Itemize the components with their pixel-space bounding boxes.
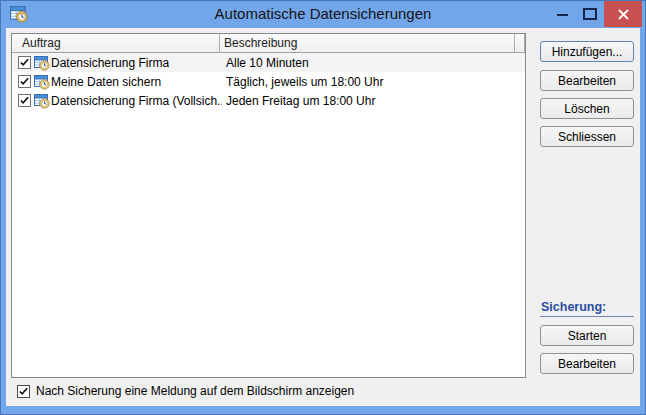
job-checkbox[interactable]	[18, 75, 31, 88]
minimize-button[interactable]	[557, 14, 568, 16]
backup-section-label: Sicherung:	[541, 300, 635, 314]
edit-backup-button[interactable]: Bearbeiten	[540, 353, 634, 374]
job-name: Meine Daten sichern	[51, 75, 161, 89]
edit-button[interactable]: Bearbeiten	[540, 70, 634, 91]
table-row[interactable]: Meine Daten sichern Täglich, jeweils um …	[12, 72, 525, 91]
scheduled-task-icon	[34, 55, 50, 71]
job-checkbox[interactable]	[18, 56, 31, 69]
job-name: Datensicherung Firma (Vollsich...	[51, 94, 222, 108]
notification-checkbox-label[interactable]: Nach Sicherung eine Meldung auf dem Bild…	[36, 384, 354, 398]
dialog-client-area: Auftrag Beschreibung	[6, 28, 640, 406]
scheduled-task-icon	[34, 93, 50, 109]
table-row[interactable]: Datensicherung Firma (Vollsich... Jeden …	[12, 91, 525, 110]
job-checkbox[interactable]	[18, 94, 31, 107]
table-row[interactable]: Datensicherung Firma Alle 10 Minuten	[12, 53, 525, 72]
close-button[interactable]	[604, 1, 642, 27]
column-header-filler	[515, 34, 525, 53]
job-description: Täglich, jeweils um 18:00 Uhr	[222, 75, 383, 89]
notification-checkbox[interactable]	[17, 385, 30, 398]
backup-jobs-list: Auftrag Beschreibung	[11, 33, 526, 378]
title-bar[interactable]: Automatische Datensicherungen	[0, 0, 646, 28]
window-title: Automatische Datensicherungen	[0, 0, 646, 28]
list-header: Auftrag Beschreibung	[12, 34, 525, 53]
delete-button[interactable]: Löschen	[540, 98, 634, 119]
add-button[interactable]: Hinzufügen...	[540, 41, 634, 62]
backup-section-divider	[540, 316, 634, 317]
start-backup-button[interactable]: Starten	[540, 325, 634, 346]
column-header-beschreibung[interactable]: Beschreibung	[220, 34, 515, 53]
app-window: Automatische Datensicherungen Auftrag Be…	[0, 0, 646, 415]
close-dialog-button[interactable]: Schliessen	[540, 126, 634, 147]
job-description: Alle 10 Minuten	[222, 56, 309, 70]
close-x-icon	[618, 9, 629, 20]
maximize-button[interactable]	[583, 8, 597, 20]
notification-option: Nach Sicherung eine Meldung auf dem Bild…	[17, 384, 354, 398]
scheduled-task-icon	[34, 74, 50, 90]
job-description: Jeden Freitag um 18:00 Uhr	[222, 94, 375, 108]
column-header-auftrag[interactable]: Auftrag	[12, 34, 220, 53]
job-name: Datensicherung Firma	[51, 56, 169, 70]
